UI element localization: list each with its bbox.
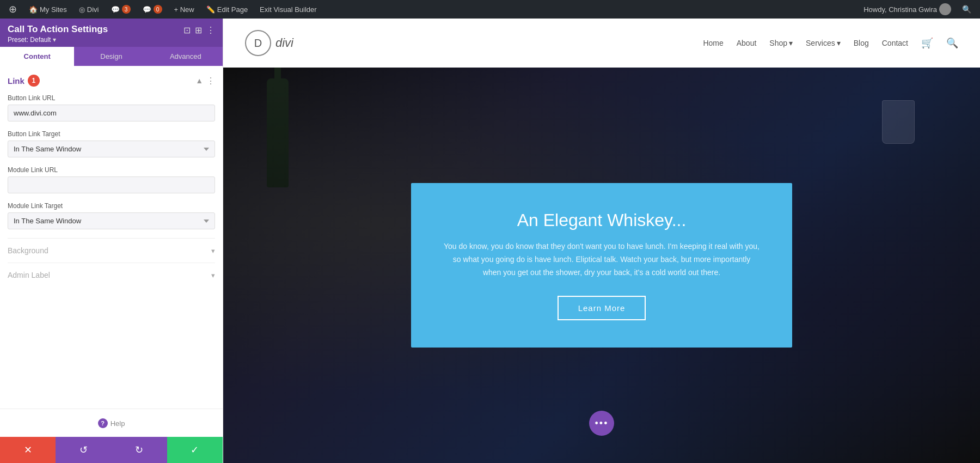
undo-button[interactable]: ↺ [56, 437, 111, 463]
tab-content[interactable]: Content [0, 47, 74, 66]
nav-search-icon[interactable]: 🔍 [946, 37, 958, 49]
save-button[interactable]: ✓ [167, 437, 223, 463]
exit-visual-builder-button[interactable]: Exit Visual Builder [256, 0, 320, 19]
main-layout: Call To Action Settings Preset: Default … [0, 19, 980, 463]
link-section-collapse-icon[interactable]: ▲ [195, 76, 203, 85]
panel-resize-icon[interactable]: ⊡ [183, 25, 191, 35]
logo-text: divi [275, 36, 293, 50]
cta-text: You do know, you do know that they don't… [444, 240, 759, 279]
nav-item-contact[interactable]: Contact [882, 39, 908, 47]
link-section-title: Link 1 [8, 75, 40, 87]
background-section: Background ▾ [8, 238, 215, 263]
panel-tabs: Content Design Advanced [0, 47, 223, 66]
services-dropdown-icon: ▾ [837, 39, 841, 47]
panel-footer: ✕ ↺ ↻ ✓ [0, 437, 223, 463]
link-badge: 1 [28, 75, 40, 87]
button-link-url-label: Button Link URL [8, 94, 215, 102]
bubble-count[interactable]: 💬 0 [139, 0, 166, 19]
wordpress-icon[interactable]: ⊕ [5, 0, 20, 19]
nav-menu: Home About Shop ▾ Services ▾ Blog Contac [703, 37, 958, 49]
button-link-url-group: Button Link URL [8, 94, 215, 121]
module-link-url-label: Module Link URL [8, 166, 215, 174]
link-section-header: Link 1 ▲ ⋮ [8, 75, 215, 87]
bubble-count-badge: 0 [154, 5, 162, 14]
admin-label-section-title: Admin Label [8, 271, 50, 279]
cancel-button[interactable]: ✕ [0, 437, 56, 463]
site-name-link[interactable]: ◎ Divi [76, 0, 102, 19]
cart-icon[interactable]: 🛒 [921, 37, 933, 49]
module-link-target-label: Module Link Target [8, 202, 215, 210]
panel-title: Call To Action Settings [8, 24, 108, 35]
edit-page-button[interactable]: ✏️ Edit Page [203, 0, 251, 19]
module-link-url-input[interactable] [8, 176, 215, 193]
admin-label-section-header[interactable]: Admin Label ▾ [8, 271, 215, 279]
site-navigation: D divi Home About Shop ▾ Services ▾ [223, 19, 980, 68]
settings-panel: Call To Action Settings Preset: Default … [0, 19, 223, 463]
bottle-decoration [267, 78, 289, 187]
panel-more-icon[interactable]: ⋮ [206, 25, 215, 35]
redo-button[interactable]: ↻ [112, 437, 167, 463]
site-logo: D divi [245, 30, 293, 56]
comment-count-badge: 3 [122, 5, 131, 14]
panel-preset: Preset: Default ▾ [8, 36, 108, 44]
nav-item-services[interactable]: Services ▾ [806, 39, 841, 47]
module-link-target-group: Module Link Target In The Same Window In… [8, 202, 215, 229]
link-section-options-icon[interactable]: ⋮ [206, 76, 215, 86]
panel-header: Call To Action Settings Preset: Default … [0, 19, 223, 47]
admin-label-collapse-icon: ▾ [211, 271, 215, 279]
admin-search-icon[interactable]: 🔍 [959, 0, 975, 19]
shop-dropdown-icon: ▾ [789, 39, 793, 47]
panel-body: Link 1 ▲ ⋮ Button Link URL Button Link T… [0, 66, 223, 409]
tab-advanced[interactable]: Advanced [149, 47, 223, 66]
help-area: ? Help [0, 409, 223, 437]
help-button[interactable]: ? Help [98, 418, 125, 428]
hero-section: An Elegant Whiskey... You do know, you d… [223, 68, 980, 463]
wp-admin-bar: ⊕ 🏠 My Sites ◎ Divi 💬 3 💬 0 + New ✏️ Edi… [0, 0, 980, 19]
nav-item-blog[interactable]: Blog [854, 39, 869, 47]
background-collapse-icon: ▾ [211, 247, 215, 255]
floating-dots-button[interactable]: ••• [589, 411, 614, 436]
module-link-url-group: Module Link URL [8, 166, 215, 193]
howdy-user[interactable]: Howdy, Christina Gwira [860, 0, 954, 19]
module-link-target-select[interactable]: In The Same Window In The New Tab [8, 212, 215, 229]
my-sites-menu[interactable]: 🏠 My Sites [26, 0, 70, 19]
link-section: Link 1 ▲ ⋮ Button Link URL Button Link T… [8, 75, 215, 229]
button-link-target-group: Button Link Target In The Same Window In… [8, 130, 215, 157]
button-link-target-label: Button Link Target [8, 130, 215, 138]
background-section-title: Background [8, 246, 48, 255]
admin-label-section: Admin Label ▾ [8, 263, 215, 287]
help-circle-icon: ? [98, 418, 108, 428]
tab-design[interactable]: Design [74, 47, 148, 66]
nav-item-shop[interactable]: Shop ▾ [769, 39, 793, 47]
website-preview: D divi Home About Shop ▾ Services ▾ [223, 19, 980, 463]
cta-box: An Elegant Whiskey... You do know, you d… [411, 183, 792, 347]
cta-title: An Elegant Whiskey... [444, 210, 759, 230]
user-avatar [939, 3, 951, 15]
nav-item-about[interactable]: About [737, 39, 757, 47]
button-link-target-select[interactable]: In The Same Window In The New Tab [8, 141, 215, 157]
panel-grid-icon[interactable]: ⊞ [195, 25, 202, 35]
logo-circle: D [245, 30, 271, 56]
new-button[interactable]: + New [171, 0, 198, 19]
comments-link[interactable]: 💬 3 [108, 0, 134, 19]
glass-decoration [882, 100, 915, 144]
nav-item-home[interactable]: Home [703, 39, 723, 47]
background-section-header[interactable]: Background ▾ [8, 246, 215, 255]
button-link-url-input[interactable] [8, 105, 215, 121]
learn-more-button[interactable]: Learn More [558, 296, 646, 320]
